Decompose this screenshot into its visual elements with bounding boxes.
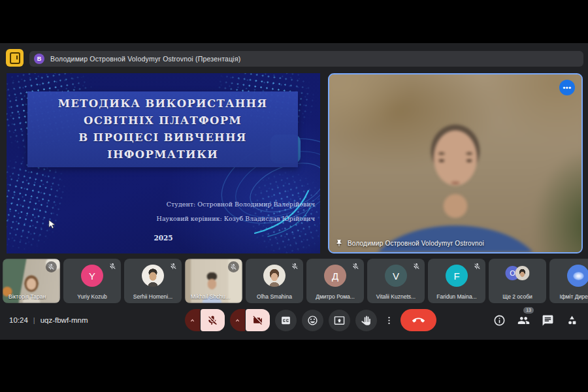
slide-title-line: В ПРОЦЕСІ ВИВЧЕННЯ <box>78 129 246 146</box>
mic-off-icon <box>413 263 420 270</box>
slide-title-line: ІНФОРМАТИКИ <box>107 146 218 163</box>
mic-off-indicator <box>473 262 482 270</box>
separator: | <box>33 316 35 324</box>
camera-control-group <box>230 309 270 331</box>
participant-name: Olha Smahina <box>246 293 303 300</box>
mic-off-icon <box>230 263 237 270</box>
avatar: V <box>385 265 407 287</box>
slide-title-line: ОСВІТНІХ ПЛАТФОРМ <box>84 112 242 129</box>
student-line: Студент: Островной Володимир Валерійович <box>157 197 315 212</box>
participant-tile[interactable]: Serhii Homeni... <box>124 259 182 303</box>
meeting-details-button[interactable] <box>492 313 506 327</box>
participant-tile[interactable]: VVitalii Kuznets... <box>367 259 425 303</box>
participant-name: Дмитро Рома... <box>306 293 364 300</box>
mic-off-indicator <box>228 261 239 272</box>
chat-icon <box>542 314 554 327</box>
chevron-up-icon <box>188 316 197 325</box>
pinned-participant-name: Володимир Островной Volodymyr Ostrovnoi <box>348 240 484 247</box>
logo-glyph <box>10 52 20 64</box>
pin-icon <box>335 239 343 247</box>
chevron-up-icon <box>233 316 242 325</box>
more-options-button[interactable]: ••• <box>559 80 575 95</box>
emoji-icon <box>307 315 318 326</box>
participant-name: Ще 2 особи <box>489 293 546 300</box>
avatar <box>567 265 588 287</box>
activities-button[interactable] <box>564 313 579 327</box>
meeting-info: 10:24 | uqz-fbwf-mnm <box>9 308 88 332</box>
mic-options-button[interactable] <box>185 309 200 331</box>
slide-credits: Студент: Островной Володимир Валерійович… <box>157 197 315 226</box>
participant-tile[interactable]: FFaridun Maina... <box>428 259 485 303</box>
hand-icon <box>361 315 372 326</box>
mic-off-indicator <box>108 262 117 270</box>
captions-icon <box>280 315 291 326</box>
presenter-avatar: В <box>34 54 44 64</box>
participant-name: Yuriy Kozub <box>63 293 121 300</box>
participant-count-badge: 13 <box>523 307 534 314</box>
people-icon <box>517 314 530 327</box>
mic-off-indicator <box>169 262 178 270</box>
mic-off-icon <box>291 263 299 270</box>
participants-button[interactable]: 13 <box>516 313 531 327</box>
mic-off-indicator <box>351 262 360 270</box>
mic-off-icon <box>474 263 481 270</box>
mic-off-indicator <box>46 261 57 272</box>
camera-off-icon <box>252 315 263 326</box>
participant-name: Іфміт Директ... <box>549 293 588 300</box>
captions-button[interactable] <box>275 310 297 331</box>
reactions-button[interactable] <box>302 310 323 331</box>
meeting-code: uqz-fbwf-mnm <box>41 316 88 324</box>
mic-off-icon <box>48 263 55 270</box>
participant-tile[interactable]: Вікторія Таран <box>3 259 60 303</box>
avatar <box>263 265 286 287</box>
presentation-slide-tile[interactable]: МЕТОДИКА ВИКОРИСТАННЯ ОСВІТНІХ ПЛАТФОРМ … <box>7 73 320 253</box>
app-logo-icon[interactable] <box>6 49 24 67</box>
chat-button[interactable] <box>540 313 555 327</box>
avatar <box>142 265 164 287</box>
control-bar: 10:24 | uqz-fbwf-mnm <box>0 308 588 332</box>
avatar: Д <box>324 265 346 287</box>
slide-year: 2025 <box>7 234 320 242</box>
participant-name: Vitalii Kuznets... <box>367 293 425 300</box>
participant-strip: Вікторія ТаранYYuriy KozubSerhii Homeni.… <box>3 259 588 303</box>
present-screen-icon <box>334 315 345 326</box>
participant-name: Faridun Maina... <box>428 293 485 300</box>
mic-off-icon <box>170 263 177 270</box>
avatar-group: O <box>506 266 530 280</box>
participant-tile[interactable]: O Ще 2 особи <box>489 259 546 303</box>
mic-control-group <box>185 309 225 331</box>
participant-tile[interactable]: ДДмитро Рома... <box>306 259 364 303</box>
participant-tile[interactable]: Mikhail Shchu... <box>185 259 242 303</box>
presenter-label: Володимир Островной Volodymyr Ostrovnoi … <box>50 55 240 63</box>
mic-toggle-button[interactable] <box>201 309 225 331</box>
participant-tile[interactable]: Іфміт Директ... <box>549 259 588 303</box>
meet-window: В Володимир Островной Volodymyr Ostrovno… <box>0 43 588 340</box>
raise-hand-button[interactable] <box>355 310 377 331</box>
activities-icon <box>566 314 578 327</box>
mic-off-icon <box>207 315 218 326</box>
mic-off-icon <box>352 263 359 270</box>
more-vert-icon <box>384 316 394 325</box>
camera-toggle-button[interactable] <box>246 309 270 331</box>
presenter-video <box>329 74 581 252</box>
clock-time: 10:24 <box>9 316 28 324</box>
presentation-header: В Володимир Островной Volodymyr Ostrovno… <box>29 51 583 67</box>
mic-off-icon <box>109 263 116 270</box>
present-button[interactable] <box>329 310 350 331</box>
slide-title-line: МЕТОДИКА ВИКОРИСТАННЯ <box>58 95 268 112</box>
camera-options-button[interactable] <box>230 309 245 331</box>
participant-name: Serhii Homeni... <box>124 293 182 300</box>
mic-off-indicator <box>412 262 421 270</box>
more-controls-button[interactable] <box>382 310 395 331</box>
participant-tile[interactable]: Olha Smahina <box>246 259 303 303</box>
avatar: Y <box>81 265 103 287</box>
avatar: F <box>446 265 468 287</box>
call-end-icon <box>412 314 425 327</box>
participant-name: Вікторія Таран <box>6 293 48 300</box>
participant-tile[interactable]: YYuriy Kozub <box>63 259 121 303</box>
supervisor-line: Науковий керівник: Козуб Владислав Юрійо… <box>157 212 315 226</box>
participant-name: Mikhail Shchu... <box>188 293 233 300</box>
leave-call-button[interactable] <box>400 309 436 331</box>
pinned-video-tile[interactable]: ••• Володимир Островной Volodymyr Ostrov… <box>328 73 583 253</box>
mic-off-indicator <box>291 262 299 270</box>
